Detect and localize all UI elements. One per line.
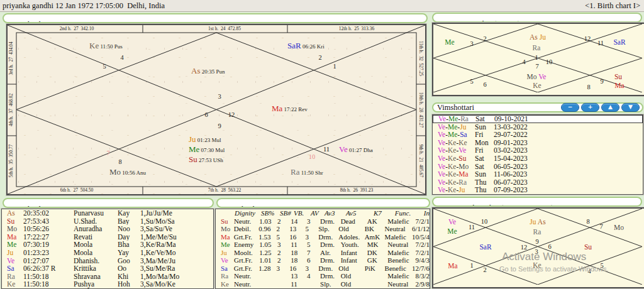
pada-lords: 3,Sa/Su/Ve — [140, 225, 213, 233]
dasha-lord-ve: Ve — [438, 178, 445, 186]
dasha-row[interactable]: Ve-Ke-MaSun11-06-2023 — [433, 170, 643, 178]
vimshottari-dasha-list[interactable]: Ve-Me-RaSat09-10-2021Ve-Me-JuSun13-03-20… — [432, 114, 643, 195]
sign-number: 11 — [469, 224, 475, 231]
dasha-lord-ra: Ra — [460, 115, 469, 123]
dasha-row[interactable]: Ve-Me-SaFri29-07-2022 — [433, 131, 643, 139]
chart-selector-label[interactable]: <1. Birth chart I> — [585, 1, 644, 11]
strength-cell: Drm. — [320, 241, 341, 249]
strength-cell: AK — [367, 217, 388, 226]
dasha-start-date: 13-03-2022 — [494, 123, 643, 131]
planet-abbr: Me — [216, 241, 234, 249]
strength-cell: BK — [365, 225, 385, 233]
dasha-weekday: Fri — [475, 146, 494, 155]
dasha-row[interactable]: Ve-Ke-SuSat15-04-2023 — [433, 155, 643, 163]
planet-abbr-ke: Ke — [533, 261, 541, 269]
sign-number: 3 — [535, 249, 538, 255]
planet-abbr: Ju — [216, 249, 234, 257]
planet-label: Mo Ve — [527, 73, 547, 80]
position-row: Ju01:23:23MoolaYay1,Ke/Ve/Mo — [2, 249, 213, 257]
dasha-row[interactable]: Ve-Ke-VeFri03-02-2023 — [433, 146, 643, 155]
dasha-row[interactable]: Ve-Me-JuSun13-03-2022 — [433, 123, 643, 131]
position-row: Ma17:22:27RevatiDay1,Me/Me/Su — [2, 233, 213, 241]
strength-cell — [259, 272, 277, 280]
sign-number: 2 — [483, 36, 486, 42]
rasi-chart-north-indian[interactable]: Ke 11:50 PusSaR 06:26 KriAs 20:35 PunMa … — [6, 24, 426, 195]
planet-degree-nakshatra: 11:50 Pus — [99, 43, 123, 50]
titlebar: priyanka gandhi 12 Jan 1972 17:05:00 Del… — [0, 0, 644, 12]
sign-number: 7 — [535, 63, 538, 70]
planet-label: Ke — [533, 261, 541, 269]
sign-number: 5 — [470, 79, 473, 85]
planet-abbr-su: Su — [584, 243, 592, 251]
plus-button[interactable]: + — [581, 103, 599, 112]
down-button[interactable]: ▼ — [621, 103, 640, 112]
strength-cell: Moolt. — [234, 249, 259, 257]
strength-cell: Old — [341, 280, 367, 288]
panel-header-birth-chart: Birth Chart — [3, 13, 428, 23]
planet-abbr-ju: Ju — [530, 218, 536, 226]
strength-cell: 5 — [306, 225, 319, 233]
planet-label: Me — [445, 38, 454, 46]
longitude: 20:35:02 — [23, 209, 74, 217]
dasha-lords: Ve-Ke-Su — [433, 155, 475, 163]
dasha-row[interactable]: Ve-Ke-MoSat06-05-2023 — [433, 163, 643, 171]
strength-cell: 11 — [291, 241, 307, 249]
planet-label: Ra — [533, 44, 541, 52]
planet-abbr-ve: Ve — [339, 144, 348, 154]
house-strength-label: 12th h. 25 313.36 — [339, 26, 374, 31]
house-strength-label: 7th h. 28 563.22 — [208, 188, 242, 193]
longitude: 27:53:43 — [23, 217, 74, 226]
planet-abbr: Ke — [216, 280, 234, 288]
strength-cell — [367, 280, 388, 288]
dasha-row[interactable]: Ve-Ke-JuThu07-09-2023 — [433, 186, 643, 194]
planet-strengths-table: DignitySB%SB#VB.AVAv3Av5K7Func.InSuNeutr… — [215, 209, 430, 289]
planet-abbr-sa: SaR — [287, 41, 301, 50]
nakshatra: Punarvasu — [74, 209, 118, 217]
strength-cell: 13 — [289, 225, 305, 233]
planet-abbr-as: As — [530, 33, 538, 41]
d9-chart-north-indian[interactable]: MeAs JuRaSaRMo VeKeSuMa321211147105689 — [432, 23, 644, 96]
dasha-lord-me: Me — [448, 131, 457, 138]
syllable: Day — [118, 233, 140, 241]
planet-abbr-mo: Mo — [614, 224, 624, 231]
planet-abbr: Ma — [216, 233, 234, 241]
strength-cell: Malefic — [387, 217, 415, 226]
sign-number: 1 — [470, 263, 473, 269]
dasha-row[interactable]: Ve-Ke-KeMon09-01-2023 — [433, 139, 643, 147]
planet-abbr: Sa — [216, 264, 234, 273]
strength-cell: DK — [367, 249, 388, 257]
pada-lords: 3,Sa/Mo/Ke — [140, 280, 213, 288]
minus-button[interactable]: − — [561, 103, 579, 112]
sign-number: 11 — [323, 146, 330, 153]
house-strength-label: 9th h. 21 405.67 — [418, 144, 423, 178]
position-row: Me07:30:19MoolaBha3,Ke/Ra/Ma — [2, 241, 213, 249]
planet-label: Ju As — [530, 218, 545, 226]
dasha-row[interactable]: Ve-Ke-RaThu06-07-2023 — [433, 178, 643, 187]
dasha-weekday: Thu — [475, 178, 494, 187]
planet-abbr-ra: Ra — [533, 228, 541, 236]
dasha-row[interactable]: Ve-Me-RaSat09-10-2021 — [433, 115, 643, 123]
planet-abbr: Me — [2, 241, 23, 249]
dasha-lords: Ve-Me-Ra — [433, 116, 475, 123]
dasha-start-date: 07-09-2023 — [494, 186, 643, 194]
strength-cell: Alr. — [320, 249, 341, 257]
longitude: 11:50:18 — [23, 273, 74, 281]
planet-abbr-ke: Ke — [89, 41, 99, 50]
chart-lines — [8, 25, 425, 194]
d10-chart-north-indian[interactable]: VeMeJu AsRaMoSaRSuMaKe101187912631245 — [432, 207, 644, 288]
house-strength-label: 6th h. 27 504.50 — [60, 188, 94, 193]
planet-abbr: Su — [216, 217, 234, 226]
planet-degree-nakshatra: 01:23 Mul — [196, 137, 221, 143]
strength-cell — [277, 280, 291, 288]
house-strength-label: 4th h. 37 468.02 — [9, 94, 14, 127]
longitude: 06:26:37 R — [23, 264, 74, 273]
nakshatra: U.Shad. — [74, 217, 118, 226]
up-button[interactable]: ▲ — [601, 103, 619, 112]
strength-row: KeNeutr.11Slp.OldNeutral2/9/8 — [216, 280, 430, 288]
strength-cell: 4 — [307, 272, 320, 280]
house-strength-label: 10th h. 28 431.27 — [418, 92, 423, 128]
longitude: 01:27:07 — [23, 257, 74, 265]
dasha-start-date: 09-10-2021 — [494, 116, 642, 123]
strength-cell — [307, 280, 320, 288]
positions-table-panel: Birth Chart As20:35:02PunarvasuKay1,Ju/J… — [1, 198, 214, 288]
